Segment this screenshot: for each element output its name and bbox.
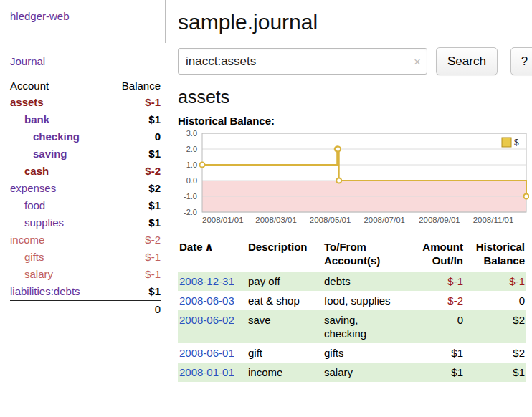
register-cell-date: 2008-06-01 <box>178 343 247 363</box>
accounts-total-label <box>10 301 107 319</box>
account-link-salary[interactable]: salary <box>24 268 53 280</box>
register-cell-date: 2008-06-02 <box>178 310 247 343</box>
register-cell-description: save <box>247 310 323 343</box>
register-cell-amount: $-2 <box>407 291 465 310</box>
svg-text:2.0: 2.0 <box>186 145 197 153</box>
svg-text:3.0: 3.0 <box>186 130 197 138</box>
account-link-cash[interactable]: cash <box>24 165 49 177</box>
account-balance: $-1 <box>107 266 161 283</box>
account-row: food$1 <box>10 197 161 214</box>
account-row: liabilities:debts$1 <box>10 283 161 301</box>
account-name-cell: income <box>10 231 107 249</box>
account-link-liabilities-debts[interactable]: liabilities:debts <box>10 285 80 297</box>
register-cell-accounts: salary <box>323 363 407 382</box>
help-button[interactable]: ? <box>510 47 532 75</box>
account-name-cell: bank <box>10 111 107 128</box>
app-brand-link[interactable]: hledger-web <box>10 10 161 22</box>
chart-svg: 3.02.01.00.0-1.0-2.02008/01/012008/03/01… <box>178 130 529 229</box>
register-cell-date: 2008-12-31 <box>178 272 247 291</box>
account-row: assets$-1 <box>10 94 161 111</box>
sidebar-scrollbar[interactable] <box>165 0 166 43</box>
account-name-cell: liabilities:debts <box>10 283 107 301</box>
account-link-saving[interactable]: saving <box>33 148 67 160</box>
register-cell-balance: $2 <box>465 310 526 343</box>
account-link-income[interactable]: income <box>10 234 44 246</box>
account-row: gifts$-1 <box>10 249 161 266</box>
register-body: 2008-12-31pay offdebts$-1$-12008-06-03ea… <box>178 272 526 382</box>
register-cell-accounts: saving, checking <box>323 310 407 343</box>
register-cell-date: 2008-06-03 <box>178 291 247 310</box>
register-cell-accounts: gifts <box>323 343 407 363</box>
date-header-label: Date <box>179 241 203 253</box>
transaction-date-link[interactable]: 2008-12-31 <box>179 275 234 287</box>
register-header-date[interactable]: Date∧ <box>178 239 247 272</box>
transaction-date-link[interactable]: 2008-06-03 <box>179 294 234 307</box>
clear-search-icon[interactable]: × <box>414 55 421 67</box>
svg-text:2008/01/01: 2008/01/01 <box>202 216 244 224</box>
account-row: bank$1 <box>10 111 161 128</box>
page-title: sample.journal <box>178 10 532 34</box>
account-balance: $-2 <box>107 231 161 249</box>
transaction-date-link[interactable]: 2008-01-01 <box>179 366 234 378</box>
account-balance: $1 <box>107 111 161 128</box>
account-link-supplies[interactable]: supplies <box>24 216 64 229</box>
search-input[interactable] <box>178 48 427 75</box>
account-name-cell: salary <box>10 266 107 283</box>
account-heading: assets <box>178 87 532 107</box>
register-header-amount: Amount Out/In <box>407 239 465 272</box>
account-row: saving$1 <box>10 145 161 163</box>
register-cell-description: pay off <box>247 272 323 291</box>
accounts-total-row: 0 <box>10 301 161 319</box>
register-cell-description: eat & shop <box>247 291 323 310</box>
account-name-cell: supplies <box>10 214 107 231</box>
sort-ascending-icon: ∧ <box>205 241 214 253</box>
register-cell-balance: $-1 <box>465 272 526 291</box>
accounts-header-row: Account Balance <box>10 77 161 94</box>
historical-balance-chart: 3.02.01.00.0-1.0-2.02008/01/012008/03/01… <box>178 130 532 229</box>
register-table: Date∧ Description To/From Account(s) Amo… <box>178 239 526 382</box>
account-link-expenses[interactable]: expenses <box>10 182 56 194</box>
svg-text:2008/09/01: 2008/09/01 <box>419 216 460 224</box>
register-header-balance: Historical Balance <box>465 239 526 272</box>
register-row: 2008-06-01giftgifts$1$2 <box>178 343 526 363</box>
page: hledger-web Journal Account Balance asse… <box>0 0 532 417</box>
register-header-description: Description <box>247 239 323 272</box>
register-header-row: Date∧ Description To/From Account(s) Amo… <box>178 239 526 272</box>
svg-text:2008/07/01: 2008/07/01 <box>364 216 405 224</box>
account-row: expenses$2 <box>10 180 161 197</box>
svg-text:$: $ <box>514 138 519 148</box>
account-name-cell: assets <box>10 94 107 111</box>
accounts-body: assets$-1bank$1checking0saving$1cash$-2e… <box>10 94 161 301</box>
register-cell-balance: $1 <box>465 363 526 382</box>
register-header-accounts: To/From Account(s) <box>323 239 407 272</box>
account-balance: $1 <box>107 283 161 301</box>
account-balance: $1 <box>107 214 161 231</box>
account-link-assets[interactable]: assets <box>10 96 44 108</box>
account-link-checking[interactable]: checking <box>33 130 80 143</box>
account-balance: $-1 <box>107 94 161 111</box>
account-link-gifts[interactable]: gifts <box>24 251 44 263</box>
account-name-cell: checking <box>10 128 107 145</box>
account-link-food[interactable]: food <box>24 199 45 211</box>
account-balance: 0 <box>107 128 161 145</box>
account-row: cash$-2 <box>10 163 161 180</box>
account-balance: $1 <box>107 145 161 163</box>
main-content: sample.journal × Search ? assets Histori… <box>166 0 532 417</box>
search-bar: × Search ? <box>178 47 532 75</box>
transaction-date-link[interactable]: 2008-06-02 <box>179 314 234 326</box>
account-row: income$-2 <box>10 231 161 249</box>
account-name-cell: food <box>10 197 107 214</box>
account-row: salary$-1 <box>10 266 161 283</box>
sidebar-item-journal[interactable]: Journal <box>10 55 161 67</box>
transaction-date-link[interactable]: 2008-06-01 <box>179 347 234 359</box>
svg-text:2008/05/01: 2008/05/01 <box>310 216 351 224</box>
register-cell-description: gift <box>247 343 323 363</box>
account-name-cell: gifts <box>10 249 107 266</box>
svg-text:-2.0: -2.0 <box>184 208 197 216</box>
account-link-bank[interactable]: bank <box>24 113 49 125</box>
svg-text:0.0: 0.0 <box>186 176 197 185</box>
accounts-header-account: Account <box>10 77 107 94</box>
accounts-table: Account Balance assets$-1bank$1checking0… <box>10 77 161 318</box>
search-button[interactable]: Search <box>436 47 498 75</box>
account-name-cell: expenses <box>10 180 107 197</box>
